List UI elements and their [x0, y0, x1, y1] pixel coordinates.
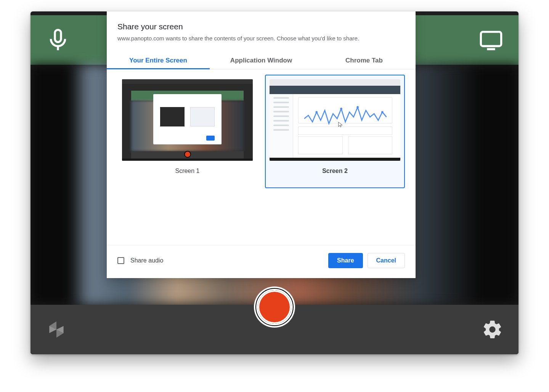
dialog-actions: Share Cancel: [328, 253, 405, 268]
dialog-footer: Share audio Share Cancel: [107, 245, 416, 278]
svg-point-3: [340, 108, 342, 110]
cursor-icon: [337, 122, 344, 128]
panopto-logo-icon: [46, 319, 67, 340]
dialog-description: www.panopto.com wants to share the conte…: [117, 35, 405, 42]
screen-share-icon[interactable]: [479, 28, 503, 52]
app-window: Share your screen www.panopto.com wants …: [30, 11, 518, 354]
screen-option-1[interactable]: Screen 1: [117, 75, 257, 179]
svg-rect-1: [481, 32, 501, 46]
tab-chrome-tab[interactable]: Chrome Tab: [313, 51, 416, 69]
screen-2-thumbnail: [270, 79, 400, 161]
share-audio-checkbox[interactable]: Share audio: [117, 257, 163, 264]
share-screen-dialog: Share your screen www.panopto.com wants …: [107, 11, 416, 278]
screen-options: Screen 1: [107, 69, 416, 245]
svg-point-4: [356, 106, 359, 109]
cancel-button[interactable]: Cancel: [368, 253, 405, 268]
record-button[interactable]: [255, 288, 294, 326]
tab-application-window[interactable]: Application Window: [210, 51, 313, 69]
screen-1-thumbnail: [122, 79, 253, 161]
screen-option-2[interactable]: Screen 2: [265, 75, 405, 188]
dialog-title: Share your screen: [117, 22, 405, 31]
share-button[interactable]: Share: [328, 253, 363, 268]
dialog-header: Share your screen www.panopto.com wants …: [107, 22, 416, 46]
share-tabs: Your Entire Screen Application Window Ch…: [107, 51, 416, 69]
screen-2-label: Screen 2: [270, 168, 400, 174]
microphone-icon[interactable]: [46, 28, 70, 52]
svg-point-2: [316, 111, 318, 114]
svg-point-5: [381, 111, 384, 114]
screen-1-label: Screen 1: [122, 168, 253, 174]
checkbox-icon[interactable]: [117, 257, 124, 264]
share-audio-label: Share audio: [130, 257, 163, 264]
tab-entire-screen[interactable]: Your Entire Screen: [107, 51, 210, 69]
svg-rect-0: [55, 30, 61, 42]
settings-gear-icon[interactable]: [482, 319, 503, 340]
